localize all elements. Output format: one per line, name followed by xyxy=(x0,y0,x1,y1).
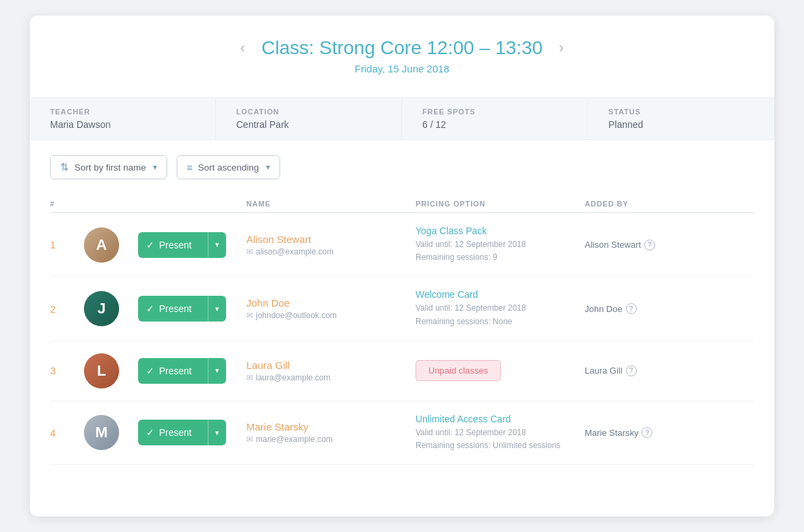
added-by: Alison Stewart ? xyxy=(585,240,754,250)
member-name[interactable]: Alison Stewart xyxy=(246,234,416,245)
class-title: Class: Strong Core 12:00 – 13:30 xyxy=(261,37,543,59)
added-by: Laura Gill ? xyxy=(585,365,754,376)
member-name-cell: Marie Starsky ✉ marie@example.com xyxy=(246,421,416,444)
spots-label: FREE SPOTS xyxy=(422,108,567,116)
col-num: # xyxy=(50,200,84,208)
checkmark-icon: ✓ xyxy=(146,365,154,376)
main-card: ‹ Class: Strong Core 12:00 – 13:30 › Fri… xyxy=(30,16,774,516)
member-email: ✉ marie@example.com xyxy=(246,435,416,444)
present-button[interactable]: ✓ Present ▾ xyxy=(138,296,226,322)
present-text: Present xyxy=(159,365,192,376)
present-label: ✓ Present xyxy=(138,296,208,322)
present-text: Present xyxy=(159,303,192,314)
envelope-icon: ✉ xyxy=(246,311,253,320)
present-label: ✓ Present xyxy=(138,232,208,258)
present-button[interactable]: ✓ Present ▾ xyxy=(138,358,226,384)
member-email: ✉ alison@example.com xyxy=(246,247,416,257)
table-body: 1A ✓ Present ▾ Alison Stewart ✉ alison@e… xyxy=(50,213,754,465)
table-row: 1A ✓ Present ▾ Alison Stewart ✉ alison@e… xyxy=(50,213,754,277)
added-by: Marie Starsky ? xyxy=(585,427,754,438)
status-label: STATUS xyxy=(608,108,754,116)
prev-class-button[interactable]: ‹ xyxy=(236,38,249,58)
added-by-name[interactable]: John Doe xyxy=(585,304,623,314)
dropdown-caret-icon[interactable]: ▾ xyxy=(208,232,226,258)
table-header-row: # NAME PRICING OPTION ADDED BY xyxy=(50,193,754,213)
added-by-name[interactable]: Laura Gill xyxy=(585,365,623,376)
checkmark-icon: ✓ xyxy=(146,240,154,250)
pricing-valid: Valid until: 12 September 2018 xyxy=(416,302,585,315)
info-icon[interactable]: ? xyxy=(626,365,637,376)
col-status xyxy=(138,200,246,208)
class-nav: ‹ Class: Strong Core 12:00 – 13:30 › xyxy=(43,37,761,59)
present-button-cell: ✓ Present ▾ xyxy=(138,420,246,445)
present-button-cell: ✓ Present ▾ xyxy=(138,232,246,258)
checkmark-icon: ✓ xyxy=(146,303,154,314)
class-date: Friday, 15 June 2018 xyxy=(43,63,761,74)
email-text: alison@example.com xyxy=(256,247,334,257)
member-name[interactable]: John Doe xyxy=(246,297,416,309)
location-value: Central Park xyxy=(236,119,381,130)
dropdown-caret-icon[interactable]: ▾ xyxy=(208,296,226,322)
envelope-icon: ✉ xyxy=(246,373,253,382)
sort-az-icon: ⇅ xyxy=(60,161,69,173)
present-button-cell: ✓ Present ▾ xyxy=(138,358,246,384)
sort-order-chevron-icon: ▾ xyxy=(266,162,270,172)
row-number: 2 xyxy=(50,303,84,315)
col-name: NAME xyxy=(246,200,416,208)
member-name[interactable]: Marie Starsky xyxy=(246,421,416,433)
next-class-button[interactable]: › xyxy=(555,38,568,58)
pricing-sessions: Remaining sessions: Unlimited sessions xyxy=(416,439,585,452)
present-button[interactable]: ✓ Present ▾ xyxy=(138,420,226,445)
present-text: Present xyxy=(159,240,192,250)
pricing-cell: Unpaid classes xyxy=(416,360,585,381)
info-icon[interactable]: ? xyxy=(642,427,652,438)
location-cell: LOCATION Central Park xyxy=(216,98,402,139)
col-pricing: PRICING OPTION xyxy=(416,200,585,208)
dropdown-caret-icon[interactable]: ▾ xyxy=(208,358,226,384)
pricing-sessions: Remaining sessions: None xyxy=(416,315,585,328)
member-name-cell: John Doe ✉ johndoe@outlook.com xyxy=(246,297,416,320)
header-title: Class: Strong Core 12:00 – 13:30 xyxy=(261,37,543,58)
info-icon[interactable]: ? xyxy=(644,240,655,250)
teacher-cell: TEACHER Maria Dawson xyxy=(30,98,216,139)
member-name[interactable]: Laura Gill xyxy=(246,359,416,371)
attendees-table: # NAME PRICING OPTION ADDED BY 1A ✓ Pres… xyxy=(30,193,774,465)
sort-order-button[interactable]: ≡ Sort ascending ▾ xyxy=(177,155,280,179)
added-by-name[interactable]: Marie Starsky xyxy=(585,428,638,438)
email-text: marie@example.com xyxy=(256,435,333,444)
checkmark-icon: ✓ xyxy=(146,427,154,438)
row-number: 3 xyxy=(50,365,84,376)
table-row: 3L ✓ Present ▾ Laura Gill ✉ laura@exampl… xyxy=(50,341,754,401)
sort-by-name-button[interactable]: ⇅ Sort by first name ▾ xyxy=(50,155,167,179)
pricing-name: Welcome Card xyxy=(416,289,585,300)
added-by-cell: Alison Stewart ? xyxy=(585,240,754,250)
added-by-cell: John Doe ? xyxy=(585,303,754,314)
pricing-name: Unlimited Access Card xyxy=(416,414,585,424)
page-header: ‹ Class: Strong Core 12:00 – 13:30 › Fri… xyxy=(30,16,774,85)
member-name-cell: Laura Gill ✉ laura@example.com xyxy=(246,359,416,382)
info-icon[interactable]: ? xyxy=(626,303,637,314)
member-email: ✉ laura@example.com xyxy=(246,373,416,382)
added-by-name[interactable]: Alison Stewart xyxy=(585,240,641,250)
dropdown-caret-icon[interactable]: ▾ xyxy=(208,420,226,445)
sort-order-label: Sort ascending xyxy=(198,162,259,173)
avatar: M xyxy=(84,415,138,450)
teacher-value: Maria Dawson xyxy=(50,119,195,130)
pricing-valid: Valid until: 12 September 2018 xyxy=(416,426,585,439)
pricing-valid: Valid until: 12 September 2018 xyxy=(416,238,585,251)
teacher-label: TEACHER xyxy=(50,108,195,116)
sort-name-chevron-icon: ▾ xyxy=(153,162,157,172)
added-by-cell: Laura Gill ? xyxy=(585,365,754,376)
table-row: 2J ✓ Present ▾ John Doe ✉ johndoe@outloo… xyxy=(50,277,754,340)
envelope-icon: ✉ xyxy=(246,247,253,257)
sort-order-icon: ≡ xyxy=(187,162,193,173)
pricing-name: Yoga Class Pack xyxy=(416,225,585,236)
unpaid-badge: Unpaid classes xyxy=(416,360,501,381)
spots-cell: FREE SPOTS 6 / 12 xyxy=(402,98,588,139)
present-text: Present xyxy=(159,427,192,438)
pricing-cell: Unlimited Access Card Valid until: 12 Se… xyxy=(416,414,585,452)
present-button[interactable]: ✓ Present ▾ xyxy=(138,232,226,258)
row-number: 4 xyxy=(50,427,84,439)
email-text: johndoe@outlook.com xyxy=(256,311,337,320)
class-info-bar: TEACHER Maria Dawson LOCATION Central Pa… xyxy=(30,97,774,140)
